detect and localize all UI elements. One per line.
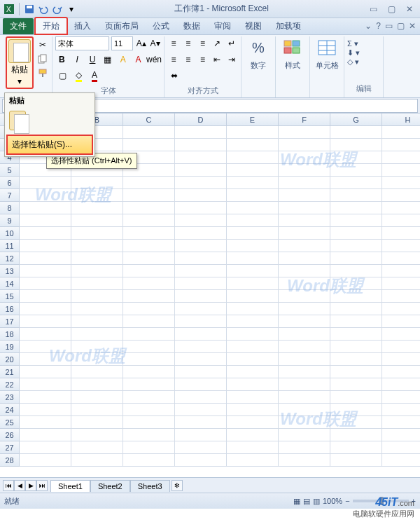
mdi-close-icon[interactable]: ✕ — [409, 21, 416, 31]
row-header[interactable]: 14 — [0, 277, 20, 290]
tab-formulas[interactable]: 公式 — [146, 18, 176, 34]
cell[interactable] — [123, 189, 175, 202]
cell[interactable] — [330, 441, 382, 454]
cell[interactable] — [123, 454, 175, 467]
row-header[interactable]: 19 — [0, 341, 20, 353]
row-header[interactable]: 23 — [0, 391, 20, 404]
tab-insert[interactable]: 插入 — [67, 18, 98, 34]
cell[interactable] — [71, 429, 123, 441]
cell[interactable] — [227, 328, 279, 341]
cell[interactable] — [382, 277, 420, 290]
cell[interactable] — [330, 177, 382, 189]
shrink-font-icon[interactable]: A▾ — [149, 36, 161, 50]
align-middle-icon[interactable]: ≡ — [182, 36, 195, 50]
cell[interactable] — [279, 139, 330, 151]
cell[interactable] — [227, 164, 279, 177]
cell[interactable] — [227, 139, 279, 151]
mdi-min-icon[interactable]: ▭ — [385, 21, 393, 31]
decrease-indent-icon[interactable]: ⇤ — [211, 53, 223, 67]
orientation-icon[interactable]: ↗ — [211, 36, 223, 50]
sheet-nav-prev[interactable]: ◀ — [14, 480, 25, 491]
cell[interactable] — [20, 315, 71, 328]
cell[interactable] — [175, 429, 227, 441]
cell[interactable] — [279, 391, 330, 404]
cell[interactable] — [227, 303, 279, 315]
cell[interactable] — [227, 454, 279, 467]
cell[interactable] — [175, 277, 227, 290]
cell[interactable] — [227, 441, 279, 454]
cell[interactable] — [227, 189, 279, 202]
cell[interactable] — [20, 227, 71, 240]
cell[interactable] — [279, 315, 330, 328]
cell[interactable] — [71, 303, 123, 315]
cell[interactable] — [382, 240, 420, 252]
cell[interactable] — [279, 151, 330, 164]
minimize-ribbon-icon[interactable]: ⌄ — [365, 21, 372, 31]
row-header[interactable]: 25 — [0, 416, 20, 429]
cell[interactable] — [123, 378, 175, 391]
cell[interactable] — [123, 315, 175, 328]
cell[interactable] — [279, 164, 330, 177]
font-size-combo[interactable]: 11 — [111, 36, 134, 50]
view-normal-icon[interactable]: ▦ — [293, 497, 300, 506]
cell[interactable] — [227, 227, 279, 240]
cell[interactable] — [20, 177, 71, 189]
cell[interactable] — [279, 290, 330, 303]
cell[interactable] — [175, 441, 227, 454]
tab-home[interactable]: 开始 — [35, 18, 67, 34]
cell[interactable] — [330, 416, 382, 429]
row-header[interactable]: 28 — [0, 454, 20, 467]
cell[interactable] — [330, 328, 382, 341]
column-header[interactable]: D — [175, 114, 227, 126]
cell[interactable] — [123, 416, 175, 429]
cell[interactable] — [71, 177, 123, 189]
row-header[interactable]: 5 — [0, 164, 20, 177]
formula-bar[interactable] — [93, 99, 418, 113]
cell[interactable] — [330, 277, 382, 290]
paste-button[interactable]: 粘贴 ▾ — [6, 36, 34, 89]
cell[interactable] — [382, 391, 420, 404]
redo-icon[interactable] — [51, 3, 64, 15]
cell[interactable] — [330, 454, 382, 467]
cell[interactable] — [71, 391, 123, 404]
cell[interactable] — [330, 240, 382, 252]
cell[interactable] — [227, 265, 279, 277]
cell[interactable] — [382, 378, 420, 391]
align-top-icon[interactable]: ≡ — [167, 36, 180, 50]
tab-page-layout[interactable]: 页面布局 — [98, 18, 146, 34]
cell[interactable] — [20, 202, 71, 214]
cell[interactable] — [382, 189, 420, 202]
cell[interactable] — [279, 202, 330, 214]
cell[interactable] — [123, 429, 175, 441]
row-header[interactable]: 20 — [0, 353, 20, 366]
merge-center-icon[interactable]: ⬌ — [167, 69, 181, 83]
format-painter-icon[interactable] — [36, 67, 49, 78]
cell[interactable] — [382, 290, 420, 303]
cell[interactable] — [227, 252, 279, 265]
cell[interactable] — [20, 277, 71, 290]
cell[interactable] — [20, 353, 71, 366]
cell[interactable] — [20, 391, 71, 404]
align-bottom-icon[interactable]: ≡ — [197, 36, 209, 50]
tab-data[interactable]: 数据 — [176, 18, 207, 34]
cell[interactable] — [330, 164, 382, 177]
row-header[interactable]: 27 — [0, 441, 20, 454]
cell[interactable] — [175, 126, 227, 139]
cell[interactable] — [227, 391, 279, 404]
cell[interactable] — [330, 378, 382, 391]
align-center-icon[interactable]: ≡ — [182, 53, 195, 67]
column-header[interactable]: F — [279, 114, 330, 126]
cell[interactable] — [71, 416, 123, 429]
cell[interactable] — [227, 353, 279, 366]
cell[interactable] — [175, 164, 227, 177]
sheet-nav-next[interactable]: ▶ — [25, 480, 36, 491]
grow-font-icon[interactable]: A▴ — [135, 36, 147, 50]
cell[interactable] — [175, 227, 227, 240]
border-button[interactable]: ▦ — [101, 53, 114, 67]
cell[interactable] — [382, 252, 420, 265]
sheet-tab-3[interactable]: Sheet3 — [130, 480, 170, 492]
cell[interactable] — [175, 366, 227, 378]
cell[interactable] — [382, 454, 420, 467]
cell[interactable] — [20, 366, 71, 378]
cell[interactable] — [279, 341, 330, 353]
